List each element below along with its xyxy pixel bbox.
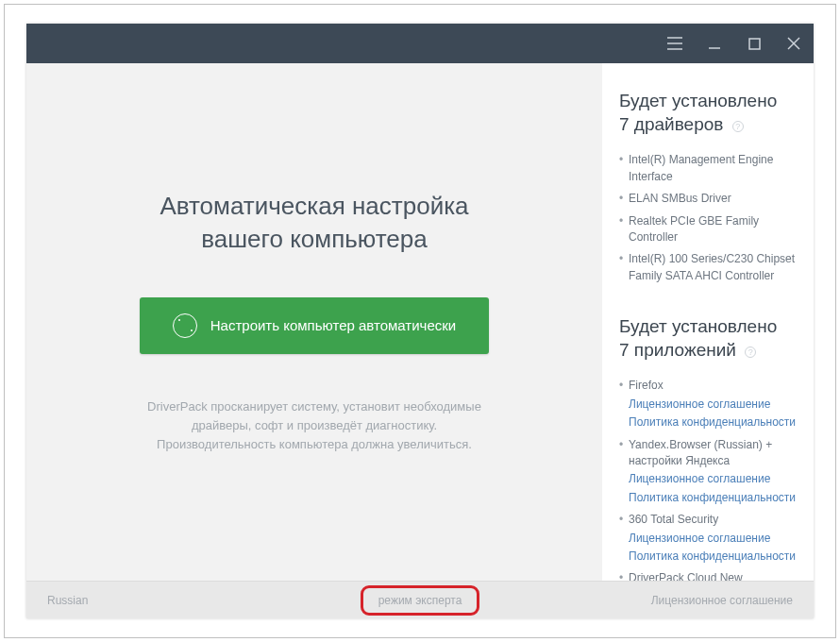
desc-line2: драйверы, софт и произведёт диагностику.: [192, 418, 437, 432]
maximize-icon: [748, 38, 761, 50]
titlebar: [26, 24, 814, 63]
privacy-link[interactable]: Политика конфиденциальности: [629, 488, 797, 506]
headline-line1: Автоматическая настройка: [160, 192, 468, 220]
footer-license-link[interactable]: Лицензионное соглашение: [651, 594, 793, 607]
sidebar: Будет установлено 7 драйверов ? Intel(R)…: [602, 63, 814, 581]
driver-item: Intel(R) 100 Series/C230 Chipset Family …: [619, 248, 797, 287]
privacy-link[interactable]: Политика конфиденциальности: [629, 413, 797, 431]
drivers-heading: Будет установлено 7 драйверов ?: [619, 90, 797, 136]
app-item: Firefox Лицензионное соглашение Политика…: [619, 375, 797, 433]
privacy-link[interactable]: Политика конфиденциальности: [629, 547, 797, 565]
apps-heading-l1: Будет установлено: [619, 316, 777, 336]
driver-item: Intel(R) Management Engine Interface: [619, 149, 797, 188]
app-name: Firefox: [629, 378, 797, 394]
desc-line1: DriverPack просканирует систему, установ…: [147, 399, 481, 414]
language-selector[interactable]: Russian: [47, 594, 88, 607]
minimize-button[interactable]: [695, 24, 734, 63]
app-name: Yandex.Browser (Russian) + настройки Янд…: [629, 437, 797, 470]
app-name: DriverPack Cloud New: [629, 570, 797, 581]
maximize-button[interactable]: [734, 24, 774, 63]
license-link[interactable]: Лицензионное соглашение: [629, 395, 797, 413]
screenshot-frame: Автоматическая настройка вашего компьюте…: [4, 4, 836, 638]
menu-button[interactable]: [655, 24, 695, 63]
headline: Автоматическая настройка вашего компьюте…: [160, 190, 468, 256]
app-item: DriverPack Cloud New: [619, 567, 797, 581]
driver-item: Realtek PCIe GBE Family Controller: [619, 211, 797, 249]
svg-rect-4: [749, 39, 760, 49]
close-icon: [787, 37, 800, 50]
footer: Russian режим эксперта Лицензионное согл…: [26, 581, 814, 618]
description: DriverPack просканирует систему, установ…: [147, 397, 481, 454]
wand-icon: [173, 313, 197, 338]
main-panel: Автоматическая настройка вашего компьюте…: [26, 63, 602, 581]
drivers-heading-l1: Будет установлено: [619, 91, 777, 110]
apps-heading: Будет установлено 7 приложений ?: [619, 315, 797, 362]
close-button[interactable]: [774, 24, 814, 63]
license-link[interactable]: Лицензионное соглашение: [629, 469, 797, 487]
apps-list: Firefox Лицензионное соглашение Политика…: [619, 375, 797, 581]
license-link[interactable]: Лицензионное соглашение: [629, 529, 797, 547]
minimize-icon: [708, 37, 721, 50]
driver-item: ELAN SMBus Driver: [619, 188, 797, 210]
content-area: Автоматическая настройка вашего компьюте…: [26, 63, 814, 581]
app-window: Автоматическая настройка вашего компьюте…: [26, 24, 814, 618]
expert-mode-link[interactable]: режим эксперта: [367, 588, 474, 613]
desc-line3: Производительность компьютера должна уве…: [157, 437, 472, 451]
app-item: 360 Total Security Лицензионное соглашен…: [619, 509, 797, 567]
app-item: Yandex.Browser (Russian) + настройки Янд…: [619, 434, 797, 510]
hamburger-icon: [667, 37, 682, 50]
drivers-heading-l2: 7 драйверов: [619, 114, 723, 134]
headline-line2: вашего компьютера: [201, 225, 427, 253]
drivers-list: Intel(R) Management Engine Interface ELA…: [619, 149, 797, 287]
app-name: 360 Total Security: [629, 512, 797, 528]
help-icon[interactable]: ?: [732, 121, 744, 132]
configure-auto-button[interactable]: Настроить компьютер автоматически: [140, 297, 489, 354]
help-icon[interactable]: ?: [745, 346, 756, 358]
configure-auto-label: Настроить компьютер автоматически: [210, 317, 456, 333]
apps-heading-l2: 7 приложений: [619, 340, 736, 360]
